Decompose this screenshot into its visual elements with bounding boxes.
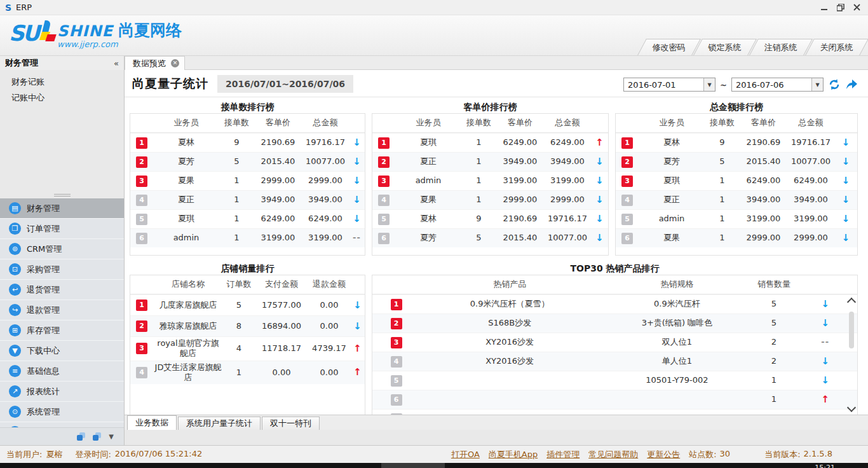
rank-cell: 1 [372, 136, 395, 150]
table-row[interactable]: 3夏果12999.002999.00↓ [130, 171, 365, 190]
table-row[interactable]: 10.9米汽压杆（夏雪）0.9米汽压杆5↓ [372, 294, 857, 313]
main-panel: 数据预览 ✕ 尚夏量子统计 2016/07/01~2016/07/06 2016… [125, 56, 868, 445]
system-tab-close-system[interactable]: 关闭系统 [805, 39, 868, 55]
app-icon: S [5, 3, 11, 13]
table-row[interactable]: 4XY2016沙发单人位12↓ [372, 352, 857, 371]
table-row[interactable]: 1夏林92190.6919716.17↓ [616, 133, 857, 152]
table-row[interactable]: 5夏琪16249.006249.00↓ [130, 209, 365, 228]
table-row[interactable]: 5夏林92190.6919716.17↓ [372, 209, 608, 228]
data-cell: 夏正 [395, 155, 461, 168]
sidebar-subitem-finance-bookkeeping[interactable]: 财务记账 [0, 74, 124, 90]
minimize-icon[interactable] [821, 4, 828, 11]
chevron-down-icon[interactable]: ▼ [703, 78, 715, 91]
date-to-select[interactable]: 2016-07-06 ▼ [731, 78, 824, 92]
table-row[interactable]: 61↑ [372, 390, 857, 409]
scrollbar-thumb[interactable] [849, 312, 854, 348]
bottom-tab-double11-special[interactable]: 双十一特刊 [262, 416, 320, 430]
column-header [834, 122, 857, 125]
data-cell: 1 [705, 212, 740, 225]
close-icon[interactable] [853, 4, 860, 11]
table-row[interactable]: 3royal皇朝官方旗舰店411718.174739.17↑ [130, 336, 365, 361]
date-from-value: 2016-07-01 [624, 80, 703, 90]
sidebar-subitem-bookkeeping-center[interactable]: 记账中心 [0, 90, 124, 106]
tab-close-icon[interactable]: ✕ [171, 59, 179, 67]
table-row[interactable]: 2S168B沙发3+贵(纸箱) 咖啡色5↓ [372, 313, 857, 333]
data-cell: 19716.17 [787, 136, 834, 149]
bottom-tabstrip: 业务数据系统用户量子统计双十一特刊 [125, 415, 868, 430]
sidebar-item-refunds[interactable]: ↪退款管理 [0, 300, 124, 320]
gear-icon: ⊙ [9, 406, 21, 418]
sidebar-item-finance[interactable]: ▤财务管理 [0, 198, 124, 219]
system-tab-label: 注销系统 [764, 42, 797, 53]
system-tab-logout-system[interactable]: 注销系统 [749, 39, 813, 55]
sidebar-item-orders[interactable]: ❒订单管理 [0, 219, 124, 239]
sidebar-item-base-info[interactable]: ≡基础信息 [0, 361, 124, 382]
window-controls [821, 4, 868, 11]
table-row[interactable]: 4夏果12999.002999.00↓ [372, 190, 608, 209]
table-header-row: 业务员接单数客单价总金额 [372, 114, 608, 133]
chart-icon: ↗ [9, 385, 21, 397]
table-row[interactable]: 5admin13199.003199.00↓ [616, 209, 857, 228]
sidebar-item-inventory[interactable]: ⊞库存管理 [0, 320, 124, 341]
trend-down-icon: ↓ [591, 212, 608, 226]
table-row[interactable]: 3admin13199.003199.00↓ [372, 171, 608, 190]
table-row[interactable]: 6admin13199.003199.00-- [130, 228, 365, 247]
sidebar-item-reports[interactable]: ↗报表统计 [0, 382, 124, 402]
trend-none-icon: -- [349, 231, 365, 244]
rank-cell: 3 [372, 336, 420, 350]
date-from-select[interactable]: 2016-07-01 ▼ [623, 78, 715, 92]
column-header: 退款金额 [308, 278, 350, 291]
refresh-icon[interactable] [828, 78, 841, 91]
bottom-tab-business-data[interactable]: 业务数据 [127, 415, 177, 430]
status-link-plugin-manager[interactable]: 插件管理 [546, 449, 580, 460]
table-row[interactable]: 2夏正13949.003949.00↓ [372, 152, 608, 171]
collapse-sidebar-icon[interactable]: « [114, 59, 119, 68]
rank-badge: 2 [136, 320, 147, 332]
table-row[interactable]: 6夏果12999.002999.00↓ [616, 228, 857, 247]
sidebar-item-system[interactable]: ⊙系统管理 [0, 402, 124, 422]
restore-icon[interactable] [837, 4, 844, 11]
table-row[interactable]: 6夏芳52015.4010077.00↓ [372, 228, 608, 247]
sidebar-item-downloads[interactable]: ▼下载中心 [0, 341, 124, 361]
data-cell: 1 [461, 174, 496, 187]
data-cell: 10077.00 [544, 231, 591, 244]
column-header [793, 284, 857, 286]
cascade-windows-icon[interactable] [77, 432, 85, 441]
table-unit-price-rank: 业务员接单数客单价总金额1夏琪16249.006249.00↑2夏正13949.… [372, 113, 609, 256]
table-row[interactable]: 3XY2016沙发双人位12-- [372, 333, 857, 352]
system-tab-lock-system[interactable]: 锁定系统 [693, 39, 757, 55]
status-link-open-oa[interactable]: 打开OA [451, 449, 480, 460]
status-link-update-notice[interactable]: 更新公告 [647, 449, 680, 460]
status-link-mobile-app[interactable]: 尚夏手机App [489, 449, 538, 460]
bottom-tab-user-quantum-stats[interactable]: 系统用户量子统计 [178, 416, 261, 430]
status-link-faq-help[interactable]: 常见问题帮助 [588, 449, 638, 460]
scroll-down-icon[interactable] [847, 403, 856, 412]
table-row[interactable]: 4夏正13949.003949.00↓ [130, 190, 365, 209]
rank-cell: 2 [372, 155, 395, 169]
sidebar-item-purchase[interactable]: ⊡采购管理 [0, 259, 124, 280]
table-row[interactable]: 4夏正13949.003949.00↓ [616, 190, 857, 209]
sidebar-item-returns[interactable]: ↩退货管理 [0, 280, 124, 300]
chevron-down-icon[interactable]: ▼ [811, 78, 823, 91]
rank-badge: 4 [378, 195, 390, 206]
table-row[interactable]: 2夏芳52015.4010077.00↓ [130, 152, 365, 171]
table-scrollbar[interactable] [846, 295, 857, 416]
table-row[interactable]: 1几度家居旗舰店517577.000.00↓ [130, 294, 365, 315]
data-cell: 5 [705, 155, 740, 168]
toolbar-caret-icon[interactable]: ▼ [109, 433, 114, 440]
table-row[interactable]: 2夏芳52015.4010077.00↓ [616, 152, 857, 171]
table-row[interactable]: 510501-Y79-0021↓ [372, 371, 857, 390]
table-row[interactable]: 1夏林92190.6919716.17↓ [130, 133, 365, 152]
table-row[interactable]: 1夏琪16249.006249.00↑ [372, 133, 608, 152]
tab-data-preview[interactable]: 数据预览 ✕ [125, 56, 185, 70]
sidebar-splitter[interactable] [0, 193, 124, 196]
sidebar-item-crm[interactable]: ⊚CRM管理 [0, 239, 124, 259]
scroll-up-icon[interactable] [847, 298, 856, 306]
data-cell: 11718.17 [255, 342, 308, 355]
table-row[interactable]: 4JD艾生活家居旗舰店10.000.00↑ [130, 361, 365, 385]
share-arrow-icon[interactable] [845, 78, 858, 91]
system-tab-change-password[interactable]: 修改密码 [637, 39, 701, 55]
table-row[interactable]: 2雅琼家居旗舰店816894.000.00↓ [130, 315, 365, 336]
table-row[interactable]: 3夏琪16249.006249.00↓ [616, 171, 857, 190]
tile-windows-icon[interactable] [93, 432, 101, 441]
